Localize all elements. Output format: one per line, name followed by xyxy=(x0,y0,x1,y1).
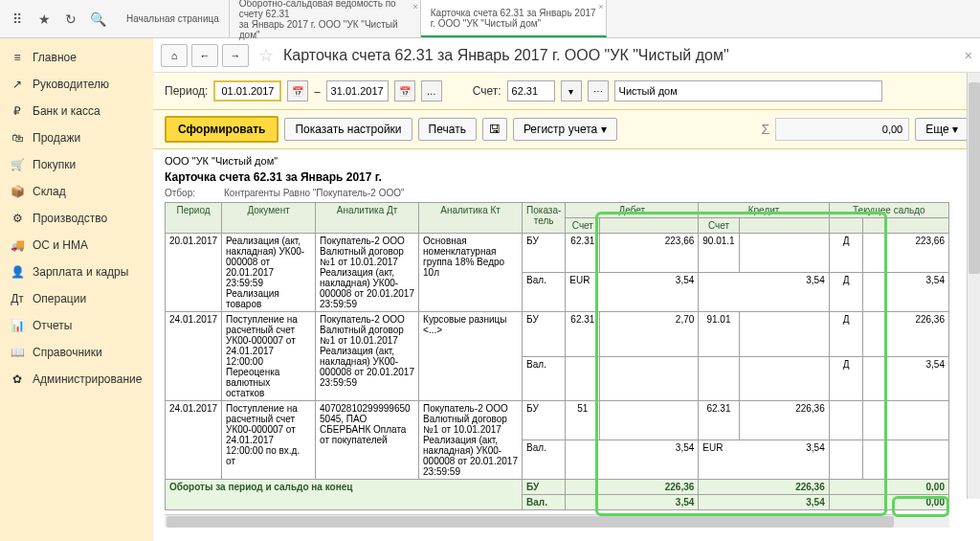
report-area: ООО "УК "Чистый дом" Карточка счета 62.3… xyxy=(153,149,980,541)
horizontal-scrollbar[interactable] xyxy=(165,514,949,528)
tab-2[interactable]: Карточка счета 62.31 за Январь 2017г. ОО… xyxy=(421,0,607,37)
sidebar-icon: ↗ xyxy=(10,77,25,92)
save-button[interactable]: 🖫 xyxy=(482,118,507,141)
sidebar-item-7[interactable]: 🚚ОС и НМА xyxy=(0,232,153,259)
date-to-input[interactable]: 31.01.2017 xyxy=(326,80,389,101)
sum-display: 0,00 xyxy=(775,118,909,141)
sidebar-item-3[interactable]: 🛍Продажи xyxy=(0,124,153,151)
sidebar-item-0[interactable]: ≡Главное xyxy=(0,44,153,71)
date-from-input[interactable]: 01.01.2017 xyxy=(219,84,276,98)
favorite-icon[interactable]: ☆ xyxy=(258,45,274,66)
report-title: Карточка счета 62.31 за Январь 2017 г. xyxy=(165,169,969,186)
sidebar-item-10[interactable]: 📊Отчеты xyxy=(0,312,153,339)
forward-button[interactable]: → xyxy=(222,44,249,67)
sidebar-item-6[interactable]: ⚙Производство xyxy=(0,205,153,232)
tab-0[interactable]: Начальная страница xyxy=(117,0,230,37)
sidebar-item-2[interactable]: ₽Банк и касса xyxy=(0,98,153,124)
sidebar-icon: 📦 xyxy=(10,184,25,199)
vertical-scrollbar[interactable] xyxy=(967,73,980,499)
sidebar-icon: ✿ xyxy=(10,372,25,387)
account-label: Счет: xyxy=(473,84,501,98)
sidebar-icon: ⚙ xyxy=(10,211,25,226)
dropdown-icon[interactable]: ▾ xyxy=(561,80,582,101)
period-picker-button[interactable]: … xyxy=(421,80,442,101)
search-icon[interactable]: 🔍 xyxy=(84,6,111,33)
sidebar-item-9[interactable]: ДтОперации xyxy=(0,285,153,312)
period-label: Период: xyxy=(165,84,208,98)
sidebar-item-8[interactable]: 👤Зарплата и кадры xyxy=(0,259,153,285)
form-button[interactable]: Сформировать xyxy=(165,116,278,143)
account-input[interactable]: 62.31 xyxy=(507,80,555,101)
sidebar-item-5[interactable]: 📦Склад xyxy=(0,178,153,205)
sidebar-icon: Дт xyxy=(10,291,25,306)
sidebar-item-1[interactable]: ↗Руководителю xyxy=(0,71,153,98)
sidebar-icon: ≡ xyxy=(10,50,25,65)
sidebar-icon: 📖 xyxy=(10,345,25,360)
apps-icon[interactable]: ⠿ xyxy=(4,6,31,33)
sidebar-item-11[interactable]: 📖Справочники xyxy=(0,339,153,366)
more-button[interactable]: Еще ▾ xyxy=(915,118,969,141)
tab-1[interactable]: Оборотно-сальдовая ведомость по счету 62… xyxy=(230,0,421,37)
history-icon[interactable]: ↻ xyxy=(57,6,84,33)
sidebar-icon: 👤 xyxy=(10,264,25,280)
register-button[interactable]: Регистр учета ▾ xyxy=(513,118,617,141)
sidebar-icon: 🛍 xyxy=(10,130,25,146)
sidebar-item-12[interactable]: ✿Администрирование xyxy=(0,366,153,393)
sidebar-icon: 📊 xyxy=(10,318,25,333)
back-button[interactable]: ← xyxy=(191,44,218,67)
star-icon[interactable]: ★ xyxy=(31,6,57,33)
sidebar-item-4[interactable]: 🛒Покупки xyxy=(0,151,153,178)
select-button[interactable]: ⋯ xyxy=(588,80,609,101)
calendar-icon[interactable]: 📅 xyxy=(394,80,415,101)
close-icon[interactable]: × xyxy=(965,48,972,63)
page-title: Карточка счета 62.31 за Январь 2017 г. О… xyxy=(283,47,729,64)
show-settings-button[interactable]: Показать настройки xyxy=(284,118,412,141)
print-button[interactable]: Печать xyxy=(418,118,477,141)
sidebar-icon: ₽ xyxy=(10,103,25,119)
sidebar-icon: 🚚 xyxy=(10,237,25,253)
sum-icon: Σ xyxy=(762,122,770,137)
org-input[interactable]: Чистый дом xyxy=(614,80,882,101)
calendar-icon[interactable]: 📅 xyxy=(287,80,308,101)
sidebar-icon: 🛒 xyxy=(10,157,25,172)
home-button[interactable]: ⌂ xyxy=(161,44,188,67)
org-name: ООО "УК "Чистый дом" xyxy=(165,153,969,169)
